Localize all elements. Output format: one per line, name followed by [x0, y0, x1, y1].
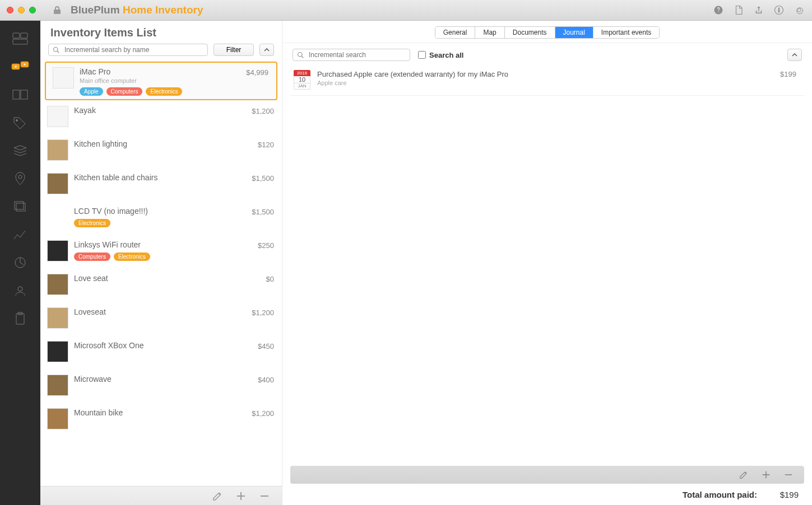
item-name: Loveseat [74, 307, 246, 316]
sidebar-stacks[interactable] [9, 143, 31, 158]
sidebar-clipboard[interactable] [9, 311, 31, 326]
sidebar-contacts[interactable] [9, 283, 31, 298]
journal-title: Purchased Apple care (extended warranty)… [317, 70, 769, 78]
sidebar [0, 21, 40, 505]
search-all-label: Search all [429, 51, 463, 59]
svg-point-10 [18, 175, 22, 179]
share-icon[interactable] [754, 5, 764, 15]
tag-electronics[interactable]: Electronics [146, 87, 182, 96]
svg-point-9 [16, 120, 18, 121]
svg-point-14 [18, 287, 22, 291]
tab-documents[interactable]: Documents [505, 27, 555, 38]
item-price: $4,999 [246, 67, 268, 77]
document-icon[interactable] [734, 5, 744, 15]
search-all-checkbox[interactable] [418, 51, 426, 59]
item-thumbnail [47, 240, 68, 261]
sidebar-collections[interactable] [9, 199, 31, 214]
list-item[interactable]: Kayak$1,200 [40, 101, 282, 135]
inventory-heading: Inventory Items List [40, 21, 282, 43]
item-thumbnail [47, 375, 68, 396]
item-thumbnail [47, 173, 68, 194]
journal-entry[interactable]: 201810JANPurchased Apple care (extended … [290, 66, 804, 96]
app-title: BluePlum Home Inventory [71, 4, 203, 16]
sidebar-inventory[interactable] [9, 59, 31, 74]
total-value: $199 [768, 490, 799, 499]
svg-rect-0 [13, 33, 20, 38]
item-price: $1,500 [252, 173, 274, 183]
tag-electronics[interactable]: Electronics [74, 219, 110, 227]
edit-journal-button[interactable] [739, 470, 748, 479]
item-thumbnail [53, 67, 74, 88]
sidebar-reports[interactable] [9, 227, 31, 242]
tab-important-events[interactable]: Important events [593, 27, 659, 38]
list-item[interactable]: Loveseat$1,200 [40, 303, 282, 336]
list-item[interactable]: iMac ProMain office computerAppleCompute… [45, 62, 277, 100]
tag-computers[interactable]: Computers [106, 87, 143, 96]
add-journal-button[interactable] [762, 470, 771, 479]
sidebar-locations[interactable] [9, 171, 31, 186]
lock-icon[interactable] [46, 6, 68, 15]
journal-list[interactable]: 201810JANPurchased Apple care (extended … [282, 66, 812, 466]
help-icon[interactable] [713, 5, 723, 15]
tag-apple[interactable]: Apple [80, 87, 103, 96]
list-item[interactable]: Microsoft XBox One$450 [40, 336, 282, 370]
item-thumbnail [47, 307, 68, 329]
svg-rect-11 [16, 203, 25, 211]
minimize-window-button[interactable] [18, 7, 25, 13]
item-price: $400 [258, 375, 274, 384]
tag-computers[interactable]: Computers [74, 252, 110, 261]
list-item[interactable]: LCD TV (no image!!!)Electronics$1,500 [40, 202, 282, 236]
sidebar-summary[interactable] [9, 255, 31, 270]
sidebar-tags[interactable] [9, 115, 31, 130]
tag-electronics[interactable]: Electronics [114, 252, 150, 261]
item-thumbnail [47, 139, 68, 161]
traffic-lights [0, 7, 36, 13]
close-window-button[interactable] [7, 7, 13, 13]
total-label: Total amount paid: [683, 490, 757, 499]
tab-general[interactable]: General [435, 27, 476, 38]
item-name: iMac Pro [80, 67, 240, 76]
list-item[interactable]: Mountain bike$1,200 [40, 404, 282, 437]
svg-rect-8 [21, 90, 27, 99]
svg-rect-2 [13, 39, 27, 44]
journal-amount: $199 [776, 70, 801, 78]
add-item-button[interactable] [236, 491, 246, 501]
detail-tabs: GeneralMapDocumentsJournalImportant even… [435, 26, 660, 39]
item-name: Kitchen lighting [74, 139, 252, 148]
list-collapse-button[interactable] [259, 44, 274, 56]
list-item[interactable]: Microwave$400 [40, 370, 282, 404]
item-thumbnail [47, 341, 68, 362]
item-price: $250 [258, 240, 274, 250]
list-item[interactable]: Love seat$0 [40, 269, 282, 303]
remove-journal-button[interactable] [784, 470, 793, 479]
list-item[interactable]: Kitchen table and chairs$1,500 [40, 169, 282, 202]
list-search-input[interactable] [48, 44, 208, 56]
list-item[interactable]: Kitchen lighting$120 [40, 135, 282, 169]
detail-pane: GeneralMapDocumentsJournalImportant even… [282, 21, 812, 505]
journal-collapse-button[interactable] [787, 49, 802, 61]
item-name: Microsoft XBox One [74, 341, 252, 350]
item-price: $1,200 [252, 307, 274, 317]
fullscreen-window-button[interactable] [29, 7, 36, 13]
settings-icon[interactable] [794, 5, 804, 15]
edit-item-button[interactable] [212, 491, 222, 501]
svg-point-5 [15, 66, 17, 68]
tab-map[interactable]: Map [475, 27, 504, 38]
journal-search-input[interactable] [293, 49, 410, 61]
journal-search-field[interactable] [293, 49, 410, 61]
svg-rect-1 [21, 33, 27, 38]
sidebar-dashboard[interactable] [9, 31, 31, 46]
item-name: Linksys WiFi router [74, 240, 252, 249]
inventory-list[interactable]: iMac ProMain office computerAppleCompute… [40, 60, 282, 486]
remove-item-button[interactable] [259, 491, 270, 501]
list-item[interactable]: Linksys WiFi routerComputersElectronics$… [40, 236, 282, 269]
inventory-list-pane: Inventory Items List Filter iMac ProMain… [40, 21, 282, 505]
info-icon[interactable] [774, 5, 784, 15]
sidebar-catalog[interactable] [9, 87, 31, 102]
filter-button[interactable]: Filter [214, 44, 254, 56]
svg-point-6 [24, 63, 26, 66]
list-search-field[interactable] [48, 44, 208, 56]
item-name: Mountain bike [74, 408, 246, 417]
item-price: $1,200 [252, 408, 274, 418]
tab-journal[interactable]: Journal [555, 27, 593, 38]
